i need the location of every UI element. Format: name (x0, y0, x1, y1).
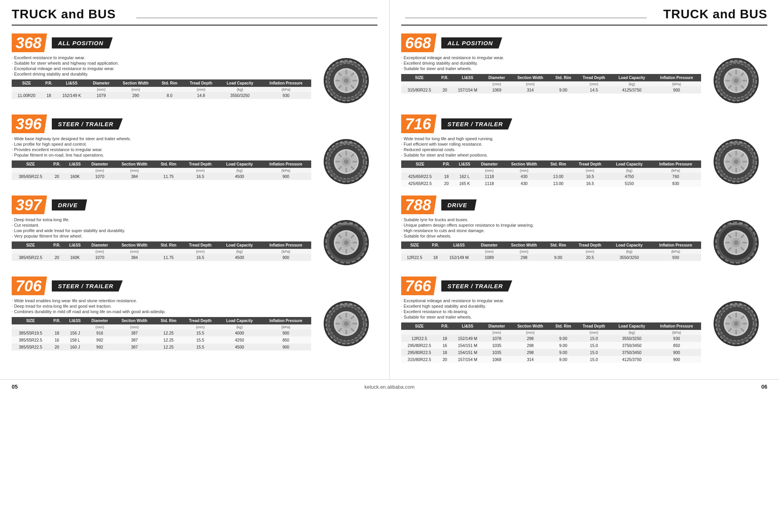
feature-item: Popular fitment in on-road, line haul op… (12, 153, 311, 157)
table-row: 425/65R22.518162 L111843013.0016.5475076… (401, 173, 701, 180)
table-header: Std. Rim (155, 160, 182, 168)
table-cell: 425/65R22.5 (401, 180, 439, 187)
table-cell: 162 L (454, 173, 475, 180)
right-header-line (405, 18, 647, 18)
feature-item: Deep tread for extra-long life and good … (12, 304, 311, 308)
tire-features-368: Excellent resistance to irregular wear.S… (12, 55, 311, 76)
table-cell: 298 (510, 342, 550, 349)
spec-table-716: SIZEP.R.LI&SSDiameterSection WidthStd. R… (401, 160, 701, 187)
unit-cell (454, 168, 475, 173)
table-cell: 900 (652, 86, 701, 93)
unit-cell: (mm) (572, 168, 608, 173)
tire-type-788: DRIVE (441, 199, 477, 211)
table-header: Section Width (504, 160, 545, 168)
tire-image-716: ARMATURA (705, 136, 767, 187)
tire-image-396: ARMATURA (315, 136, 377, 187)
feature-item: Exceptional mileage and resistance to ir… (401, 298, 701, 303)
tire-features-788: Suitable tyre for trucks and buses.Uniqu… (401, 217, 701, 238)
table-row: 11.00R2018152/149 K10792908.014.83550/32… (12, 92, 311, 99)
tire-features-766: Exceptional mileage and resistance to ir… (401, 298, 701, 319)
unit-cell: (mm) (475, 168, 504, 173)
tire-features-716: Wide tread for long life and high speed … (401, 136, 701, 157)
svg-text:ARMATURA: ARMATURA (339, 61, 352, 63)
unit-cell: (mm) (182, 324, 219, 329)
table-header: Std. Rim (545, 160, 572, 168)
table-header: SIZE (401, 74, 437, 81)
table-header: Inflation Pressure (652, 74, 701, 81)
unit-cell (155, 249, 182, 254)
table-cell: 1078 (483, 335, 510, 342)
tire-header-668: 668 ALL POSITION (401, 33, 767, 52)
table-cell: 9.00 (550, 349, 576, 356)
tire-features-668: Exceptional mileage and resistance to ir… (401, 55, 701, 71)
table-header: Section Width (115, 79, 156, 87)
table-cell: 12R22.5 (401, 335, 437, 342)
table-cell: 11.75 (155, 254, 182, 261)
table-header: Load Capacity (612, 322, 652, 330)
unit-cell (439, 168, 454, 173)
table-header: P.R. (428, 241, 443, 249)
tire-id-706: 706 (12, 277, 47, 295)
tire-content-788: Suitable tyre for trucks and buses.Uniqu… (401, 217, 767, 268)
unit-cell (550, 330, 576, 335)
table-cell: 315/80R22.5 (401, 356, 437, 363)
unit-cell (443, 249, 475, 254)
table-cell: 16.5 (572, 173, 608, 180)
table-header: Section Width (114, 160, 155, 168)
table-cell: 8.0 (156, 92, 183, 99)
table-header: Section Width (114, 317, 155, 324)
table-cell: 20 (49, 344, 65, 351)
unit-cell: (kPa) (261, 87, 311, 92)
table-header: Diameter (86, 317, 114, 324)
table-cell: 158 L (64, 336, 85, 344)
table-header: Diameter (475, 160, 504, 168)
unit-cell (401, 81, 437, 86)
table-cell: 3550/3250 (608, 254, 650, 261)
table-header: Diameter (475, 241, 504, 249)
table-header: Section Width (114, 241, 155, 249)
feature-item: High resistance to cuts and stone damage… (401, 228, 701, 233)
table-cell: 850 (261, 336, 311, 344)
table-header: SIZE (401, 241, 428, 249)
feature-item: Low profile and wide tread for super sta… (12, 228, 311, 233)
tire-section-766: 766 STEER / TRAILER Exceptional mileage … (401, 277, 767, 363)
tire-content-706: Wide tread enables long wear life and st… (12, 298, 377, 351)
unit-cell (401, 168, 439, 173)
unit-cell (64, 324, 85, 329)
table-header: Load Capacity (612, 74, 652, 81)
unit-cell: (kg) (219, 87, 261, 92)
tire-type-766: STEER / TRAILER (441, 280, 513, 292)
svg-text:ARMATURA: ARMATURA (729, 304, 742, 306)
table-cell: 385/55R22.5 (12, 344, 49, 351)
table-cell: 152/149 M (443, 254, 475, 261)
table-cell: 850 (652, 342, 701, 349)
table-cell: 387 (114, 336, 155, 344)
feature-item: Combines durability in mild off road and… (12, 309, 311, 314)
table-header: Section Width (510, 74, 550, 81)
table-cell: 18 (437, 349, 452, 356)
unit-cell: (mm) (576, 81, 612, 86)
tire-header-396: 396 STEER / TRAILER (12, 115, 377, 133)
table-cell: 20 (49, 254, 65, 261)
table-header: Load Capacity (608, 241, 650, 249)
tire-content-368: Excellent resistance to irregular wear.S… (12, 55, 377, 106)
table-cell: 4750 (608, 173, 650, 180)
unit-cell: (mm) (504, 168, 545, 173)
table-cell: 9.00 (550, 335, 576, 342)
tire-type-368: ALL POSITION (52, 37, 113, 49)
tire-id-668: 668 (401, 33, 437, 52)
table-cell: 298 (504, 254, 545, 261)
table-cell: 4500 (219, 254, 261, 261)
tire-info-766: Exceptional mileage and resistance to ir… (401, 298, 701, 363)
unit-cell: (mm) (483, 330, 510, 335)
unit-cell (545, 249, 572, 254)
table-cell: 1070 (86, 173, 114, 180)
table-cell: 18 (437, 335, 452, 342)
feature-item: Provides excellent resistance to irregul… (12, 147, 311, 152)
tire-header-706: 706 STEER / TRAILER (12, 277, 377, 295)
table-row: 385/65R22.520160K107038411.7516.54500900 (12, 254, 311, 261)
svg-text:ARMATURA: ARMATURA (339, 304, 352, 306)
table-header: Inflation Pressure (652, 322, 701, 330)
svg-text:ARMATURA: ARMATURA (729, 142, 742, 144)
table-header: Tread Depth (182, 160, 219, 168)
